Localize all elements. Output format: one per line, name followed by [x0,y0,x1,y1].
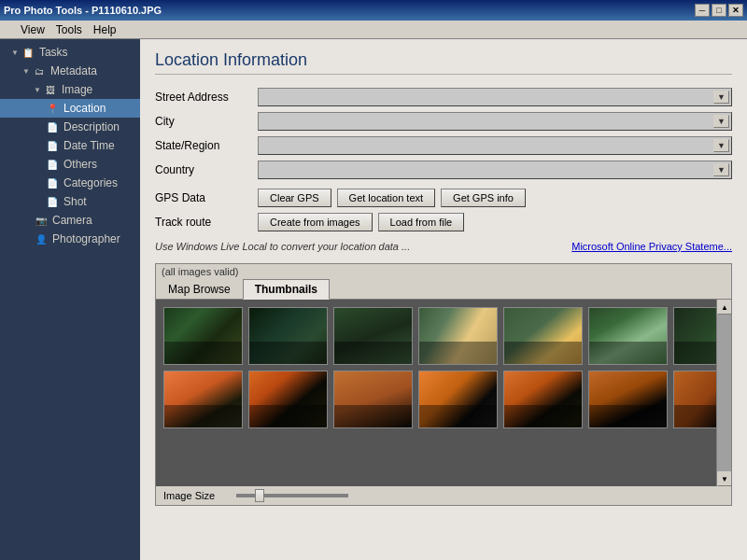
sidebar-item-description[interactable]: 📄 Description [0,118,140,136]
city-input[interactable] [258,112,732,131]
menu-item-file[interactable] [4,28,15,32]
menu-item-tools[interactable]: Tools [50,21,88,38]
doc-icon: 📄 [45,138,60,153]
sidebar-item-location[interactable]: 📍 Location [0,99,140,118]
sidebar: ▼ 📋 Tasks ▼ 🗂 Metadata ▼ 🖼 Image 📍 Locat… [0,39,140,560]
gallery-status: (all images valid) [156,264,731,279]
gps-label: GPS Data [155,191,258,204]
street-address-input[interactable] [258,88,732,106]
slider-thumb[interactable] [255,489,264,502]
thumbnail-12[interactable] [503,371,583,428]
sidebar-item-photographer[interactable]: 👤 Photographer [0,230,140,248]
doc-icon: 📄 [45,157,60,172]
sidebar-item-tasks[interactable]: ▼ 📋 Tasks [0,43,140,62]
sidebar-item-categories[interactable]: 📄 Categories [0,174,140,192]
expand-icon: ▼ [11,49,19,57]
get-location-text-button[interactable]: Get location text [337,189,436,207]
location-icon: 📍 [45,101,60,116]
scroll-bar[interactable]: ▲ ▼ [716,300,731,486]
street-address-label: Street Address [155,91,258,104]
window-title: Pro Photo Tools - P1110610.JPG [4,5,162,16]
country-input[interactable] [258,161,732,179]
thumbnail-4[interactable] [418,307,498,365]
track-route-label: Track route [155,216,258,229]
city-row: City [155,112,732,131]
page-title: Location Information [155,50,732,75]
gps-buttons: Clear GPS Get location text Get GPS info [258,189,526,207]
expand-icon: ▼ [34,86,41,94]
thumbnail-row-2 [163,371,724,428]
doc-icon: 📄 [45,175,60,190]
info-row: Use Windows Live Local to convert your l… [155,237,732,256]
scroll-down-button[interactable]: ▼ [717,471,731,486]
scroll-track[interactable] [717,315,731,471]
track-route-row: Track route Create from images Load from… [155,213,732,231]
content-area: Location Information Street Address City… [140,39,747,560]
state-label: State/Region [155,139,258,152]
sidebar-item-camera[interactable]: 📷 Camera [0,211,140,230]
doc-icon: 📄 [45,119,60,134]
thumbnail-5[interactable] [503,307,583,365]
thumbnail-6[interactable] [588,307,668,365]
thumbnail-13[interactable] [588,371,668,428]
load-from-file-button[interactable]: Load from file [378,213,465,231]
thumbnail-1[interactable] [163,307,243,365]
close-button[interactable]: ✕ [728,4,743,17]
person-icon: 👤 [34,231,49,246]
expand-icon: ▼ [22,67,30,76]
thumbnail-8[interactable] [163,371,243,428]
tasks-icon: 📋 [21,45,35,60]
menu-item-help[interactable]: Help [88,21,122,38]
thumbnail-3[interactable] [333,307,413,365]
camera-icon: 📷 [34,213,49,228]
thumbnail-row-1 [163,307,724,365]
title-bar: Pro Photo Tools - P1110610.JPG ─ □ ✕ [0,0,747,21]
maximize-button[interactable]: □ [712,4,726,17]
image-size-slider[interactable] [236,494,348,497]
image-size-label: Image Size [163,490,229,501]
doc-icon: 📄 [45,194,60,209]
sidebar-item-datetime[interactable]: 📄 Date Time [0,136,140,155]
sidebar-item-image[interactable]: ▼ 🖼 Image [0,80,140,99]
create-from-images-button[interactable]: Create from images [258,213,373,231]
image-icon: 🖼 [43,82,58,97]
tab-map-browse[interactable]: Map Browse [156,279,243,300]
metadata-icon: 🗂 [32,63,47,78]
thumbnails-area: ▲ ▼ [156,300,731,486]
title-bar-buttons: ─ □ ✕ [695,4,743,17]
info-text: Use Windows Live Local to convert your l… [155,241,410,252]
thumbnail-11[interactable] [418,371,498,428]
sidebar-item-metadata[interactable]: ▼ 🗂 Metadata [0,62,140,80]
privacy-link[interactable]: Microsoft Online Privacy Stateme... [571,241,732,252]
thumbnail-2[interactable] [248,307,328,365]
state-input[interactable] [258,136,732,155]
main-layout: ▼ 📋 Tasks ▼ 🗂 Metadata ▼ 🖼 Image 📍 Locat… [0,39,747,560]
menu-item-view[interactable]: View [15,21,50,38]
country-row: Country [155,161,732,179]
thumbnail-9[interactable] [248,371,328,428]
city-label: City [155,115,258,128]
street-address-row: Street Address [155,88,732,106]
tabs-bar: Map Browse Thumbnails [156,279,731,300]
state-row: State/Region [155,136,732,155]
scroll-up-button[interactable]: ▲ [717,300,731,315]
minimize-button[interactable]: ─ [695,4,710,17]
gallery-section: (all images valid) Map Browse Thumbnails [155,263,732,506]
gps-section: GPS Data Clear GPS Get location text Get… [155,189,732,207]
track-route-buttons: Create from images Load from file [258,213,464,231]
sidebar-item-others[interactable]: 📄 Others [0,155,140,174]
get-gps-info-button[interactable]: Get GPS info [441,189,526,207]
clear-gps-button[interactable]: Clear GPS [258,189,331,207]
sidebar-item-shot[interactable]: 📄 Shot [0,192,140,211]
country-label: Country [155,163,258,176]
image-size-row: Image Size [156,486,731,505]
menu-bar: View Tools Help [0,21,747,39]
thumbnail-10[interactable] [333,371,413,428]
tab-thumbnails[interactable]: Thumbnails [243,279,330,300]
